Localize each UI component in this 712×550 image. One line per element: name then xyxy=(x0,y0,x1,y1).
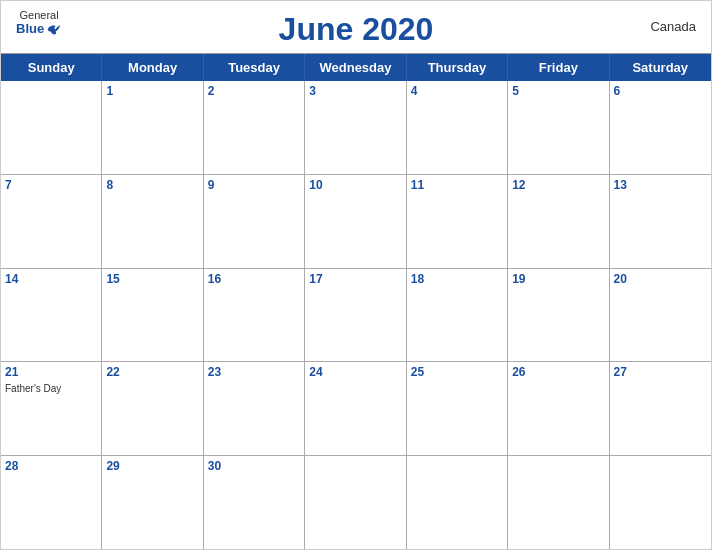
day-cell: 21Father's Day xyxy=(1,362,102,455)
day-cell: 24 xyxy=(305,362,406,455)
day-number: 22 xyxy=(106,365,198,381)
day-cell: 20 xyxy=(610,269,711,362)
day-cell: 5 xyxy=(508,81,609,174)
day-number: 19 xyxy=(512,272,604,288)
day-number: 21 xyxy=(5,365,97,381)
day-number: 6 xyxy=(614,84,707,100)
day-cell: 10 xyxy=(305,175,406,268)
day-cell: 15 xyxy=(102,269,203,362)
day-number: 23 xyxy=(208,365,300,381)
day-cell: 13 xyxy=(610,175,711,268)
day-number: 9 xyxy=(208,178,300,194)
day-number: 13 xyxy=(614,178,707,194)
day-number: 17 xyxy=(309,272,401,288)
week-row-3: 14151617181920 xyxy=(1,269,711,363)
day-number: 14 xyxy=(5,272,97,288)
calendar-header: General Blue June 2020 Canada xyxy=(1,1,711,53)
day-number: 29 xyxy=(106,459,198,475)
day-header-sunday: Sunday xyxy=(1,54,102,81)
day-header-wednesday: Wednesday xyxy=(305,54,406,81)
logo-bird-icon xyxy=(46,22,62,36)
day-number: 11 xyxy=(411,178,503,194)
week-row-4: 21Father's Day222324252627 xyxy=(1,362,711,456)
day-cell: 30 xyxy=(204,456,305,549)
day-number: 2 xyxy=(208,84,300,100)
day-number: 4 xyxy=(411,84,503,100)
calendar-grid: SundayMondayTuesdayWednesdayThursdayFrid… xyxy=(1,53,711,549)
day-number: 5 xyxy=(512,84,604,100)
day-header-friday: Friday xyxy=(508,54,609,81)
week-row-5: 282930 xyxy=(1,456,711,549)
day-cell: 9 xyxy=(204,175,305,268)
day-cell: 17 xyxy=(305,269,406,362)
day-number: 16 xyxy=(208,272,300,288)
day-number: 20 xyxy=(614,272,707,288)
day-cell: 8 xyxy=(102,175,203,268)
week-row-1: 123456 xyxy=(1,81,711,175)
day-number: 30 xyxy=(208,459,300,475)
day-cell: 2 xyxy=(204,81,305,174)
day-number: 27 xyxy=(614,365,707,381)
day-number: 3 xyxy=(309,84,401,100)
logo-general: General xyxy=(20,9,59,21)
logo-area: General Blue xyxy=(16,9,62,36)
day-cell: 28 xyxy=(1,456,102,549)
day-cell xyxy=(508,456,609,549)
day-cell: 1 xyxy=(102,81,203,174)
week-row-2: 78910111213 xyxy=(1,175,711,269)
day-number: 24 xyxy=(309,365,401,381)
day-cell xyxy=(407,456,508,549)
day-headers-row: SundayMondayTuesdayWednesdayThursdayFrid… xyxy=(1,54,711,81)
day-number: 7 xyxy=(5,178,97,194)
day-header-thursday: Thursday xyxy=(407,54,508,81)
day-number: 15 xyxy=(106,272,198,288)
day-cell: 22 xyxy=(102,362,203,455)
day-cell: 14 xyxy=(1,269,102,362)
day-cell: 16 xyxy=(204,269,305,362)
day-number: 8 xyxy=(106,178,198,194)
day-header-saturday: Saturday xyxy=(610,54,711,81)
day-number: 25 xyxy=(411,365,503,381)
day-number: 1 xyxy=(106,84,198,100)
logo-blue: Blue xyxy=(16,21,62,36)
day-cell: 19 xyxy=(508,269,609,362)
day-number: 12 xyxy=(512,178,604,194)
day-cell: 11 xyxy=(407,175,508,268)
day-cell: 26 xyxy=(508,362,609,455)
country-label: Canada xyxy=(650,19,696,34)
day-cell: 3 xyxy=(305,81,406,174)
day-cell xyxy=(305,456,406,549)
day-cell: 29 xyxy=(102,456,203,549)
day-cell: 4 xyxy=(407,81,508,174)
day-header-monday: Monday xyxy=(102,54,203,81)
day-cell: 27 xyxy=(610,362,711,455)
weeks-container: 123456789101112131415161718192021Father'… xyxy=(1,81,711,549)
day-number: 10 xyxy=(309,178,401,194)
day-cell: 25 xyxy=(407,362,508,455)
day-number: 28 xyxy=(5,459,97,475)
day-cell: 23 xyxy=(204,362,305,455)
day-cell xyxy=(1,81,102,174)
day-cell: 6 xyxy=(610,81,711,174)
day-cell xyxy=(610,456,711,549)
day-cell: 7 xyxy=(1,175,102,268)
calendar-container: General Blue June 2020 Canada SundayMond… xyxy=(0,0,712,550)
calendar-title: June 2020 xyxy=(279,11,434,48)
day-header-tuesday: Tuesday xyxy=(204,54,305,81)
day-cell: 12 xyxy=(508,175,609,268)
day-number: 26 xyxy=(512,365,604,381)
day-cell: 18 xyxy=(407,269,508,362)
day-number: 18 xyxy=(411,272,503,288)
event-label: Father's Day xyxy=(5,383,97,394)
